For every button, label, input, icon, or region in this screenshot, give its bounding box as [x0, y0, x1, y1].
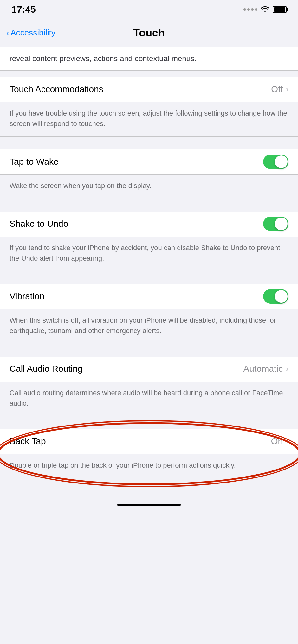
touch-accommodations-description: If you have trouble using the touch scre… [0, 102, 298, 137]
top-snippet: reveal content previews, actions and con… [0, 47, 298, 71]
call-audio-routing-right: Automatic › [243, 364, 289, 374]
spacer-5 [0, 416, 298, 429]
shake-to-undo-description: If you tend to shake your iPhone by acci… [0, 237, 298, 271]
tap-to-wake-row: Tap to Wake [0, 149, 298, 175]
shake-to-undo-toggle[interactable] [263, 217, 288, 231]
spacer-3 [0, 271, 298, 284]
call-audio-routing-row[interactable]: Call Audio Routing Automatic › [0, 357, 298, 382]
tap-to-wake-desc-text: Wake the screen when you tap on the disp… [10, 180, 288, 191]
touch-accommodations-section: Touch Accommodations Off › If you have t… [0, 77, 298, 137]
home-indicator [0, 497, 298, 515]
nav-bar: ‹ Accessibility Touch [0, 19, 298, 47]
signal-icon [243, 8, 257, 11]
back-button[interactable]: ‹ Accessibility [6, 28, 55, 38]
status-time: 17:45 [11, 4, 36, 15]
top-snippet-text: reveal content previews, actions and con… [10, 53, 288, 64]
battery-icon [273, 6, 287, 13]
back-label: Accessibility [10, 28, 55, 38]
touch-accommodations-chevron-icon: › [286, 85, 288, 94]
call-audio-routing-description: Call audio routing determines where audi… [0, 382, 298, 416]
vibration-toggle[interactable] [263, 289, 288, 304]
tap-to-wake-description: Wake the screen when you tap on the disp… [0, 175, 298, 199]
shake-to-undo-desc-text: If you tend to shake your iPhone by acci… [10, 243, 288, 263]
vibration-toggle-knob [275, 290, 288, 303]
back-tap-annotation-wrapper: Back Tap On › Double or triple tap on th… [0, 429, 298, 478]
spacer-4 [0, 344, 298, 357]
back-tap-desc-text: Double or triple tap on the back of your… [10, 460, 288, 470]
status-icons [243, 5, 287, 14]
home-bar [117, 504, 181, 506]
tap-to-wake-toggle-knob [275, 155, 288, 168]
shake-to-undo-label: Shake to Undo [10, 219, 68, 229]
status-bar: 17:45 [0, 0, 298, 19]
touch-accommodations-row[interactable]: Touch Accommodations Off › [0, 77, 298, 102]
call-audio-routing-desc-text: Call audio routing determines where audi… [10, 388, 288, 408]
call-audio-routing-label: Call Audio Routing [10, 364, 82, 374]
vibration-label: Vibration [10, 291, 44, 301]
vibration-section: Vibration When this switch is off, all v… [0, 284, 298, 344]
vibration-desc-text: When this switch is off, all vibration o… [10, 315, 288, 336]
call-audio-routing-section: Call Audio Routing Automatic › Call audi… [0, 357, 298, 416]
call-audio-routing-value: Automatic [243, 364, 283, 374]
call-audio-routing-chevron-icon: › [286, 364, 288, 373]
tap-to-wake-section: Tap to Wake Wake the screen when you tap… [0, 149, 298, 199]
vibration-row: Vibration [0, 284, 298, 309]
back-tap-right: On › [271, 436, 288, 446]
page-title: Touch [133, 27, 165, 39]
back-tap-chevron-icon: › [286, 437, 288, 446]
back-tap-value: On [271, 436, 283, 446]
spacer-1 [0, 137, 298, 149]
spacer-2 [0, 199, 298, 212]
content-area: reveal content previews, actions and con… [0, 47, 298, 478]
touch-accommodations-value: Off [271, 84, 283, 94]
touch-accommodations-label: Touch Accommodations [10, 84, 103, 94]
wifi-icon [261, 5, 269, 14]
back-tap-label: Back Tap [10, 436, 46, 446]
tap-to-wake-label: Tap to Wake [10, 157, 59, 167]
back-tap-row[interactable]: Back Tap On › [0, 429, 298, 454]
touch-accommodations-desc-text: If you have trouble using the touch scre… [10, 108, 288, 129]
back-tap-section: Back Tap On › Double or triple tap on th… [0, 429, 298, 478]
touch-accommodations-right: Off › [271, 84, 288, 94]
vibration-description: When this switch is off, all vibration o… [0, 309, 298, 344]
back-chevron-icon: ‹ [6, 28, 9, 37]
shake-to-undo-row: Shake to Undo [0, 212, 298, 237]
back-tap-description: Double or triple tap on the back of your… [0, 454, 298, 478]
tap-to-wake-toggle[interactable] [263, 155, 288, 169]
shake-to-undo-section: Shake to Undo If you tend to shake your … [0, 212, 298, 271]
shake-to-undo-toggle-knob [275, 218, 288, 230]
